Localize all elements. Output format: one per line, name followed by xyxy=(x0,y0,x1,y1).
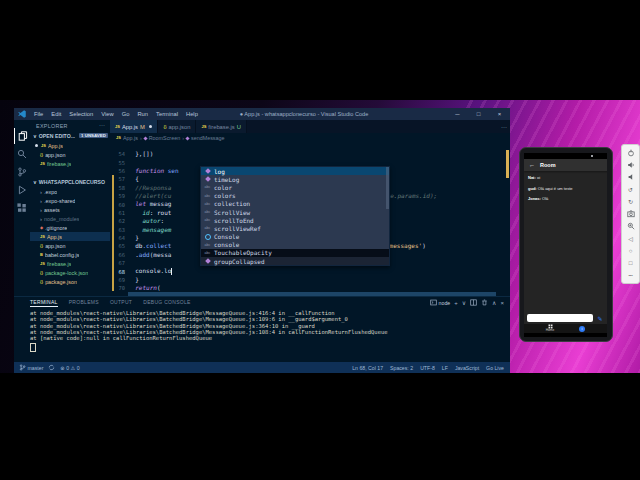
emu-home-icon[interactable]: ○ xyxy=(622,245,639,257)
activity-source-control-icon[interactable] xyxy=(14,164,30,180)
menu-go[interactable]: Go xyxy=(118,111,134,117)
project-section[interactable]: ∨ WHATSAPPCLONECURSO xyxy=(30,177,110,186)
tab-app.json[interactable]: {}app.json xyxy=(158,120,196,133)
git-branch-indicator[interactable]: master xyxy=(19,364,43,371)
status-spaces-2[interactable]: Spaces: 2 xyxy=(390,365,413,371)
menu-terminal[interactable]: Terminal xyxy=(152,111,182,117)
sync-indicator[interactable] xyxy=(48,364,55,371)
back-arrow-icon[interactable]: ← xyxy=(529,162,535,168)
breadcrumb-item[interactable]: RoomScreen xyxy=(149,135,180,141)
file-firebase.js[interactable]: JSfirebase.jsU xyxy=(30,259,110,268)
suggestion-groupCollapsed[interactable]: groupCollapsed xyxy=(201,257,389,265)
code-editor[interactable]: 54 },[])5556 function sen57 {58 //Respon… xyxy=(110,142,510,296)
tab-App.js[interactable]: JSApp.jsM xyxy=(110,120,158,133)
minimize-button[interactable]: ─ xyxy=(447,108,468,120)
chevron-down-icon: ∨ xyxy=(33,133,37,139)
close-panel-icon[interactable]: × xyxy=(500,300,504,306)
file-name: App.js xyxy=(47,234,62,240)
file-.expo[interactable]: ›.expo xyxy=(30,187,110,196)
emu-power-icon[interactable] xyxy=(622,147,639,159)
suggestion-ScrollView[interactable]: abcScrollView xyxy=(201,208,389,216)
problems-indicator[interactable]: ⊗0 ⚠0 xyxy=(60,365,79,371)
popup-scrollbar[interactable] xyxy=(386,167,389,209)
send-icon[interactable]: ✎ xyxy=(596,314,604,322)
emu-volume-down-icon[interactable] xyxy=(622,171,639,183)
emu-more-icon[interactable]: ••• xyxy=(622,269,639,281)
suggestion-log[interactable]: log xyxy=(201,167,389,175)
activity-extensions-icon[interactable] xyxy=(14,200,30,216)
menu-selection[interactable]: Selection xyxy=(65,111,97,117)
activity-explorer-icon[interactable] xyxy=(14,128,31,144)
menu-run[interactable]: Run xyxy=(133,111,152,117)
status-lf[interactable]: LF xyxy=(442,365,448,371)
file-name: firebase.js xyxy=(47,261,72,267)
maximize-panel-icon[interactable]: ∧ xyxy=(492,299,496,306)
suggestion-Console[interactable]: Console xyxy=(201,233,389,241)
suggestion-console[interactable]: abcconsole xyxy=(201,241,389,249)
menu-edit[interactable]: Edit xyxy=(47,111,65,117)
emu-rotate-right-icon[interactable]: ↻ xyxy=(622,196,639,208)
split-terminal-icon[interactable] xyxy=(470,299,477,306)
code-line-69[interactable]: 69 } xyxy=(110,276,510,284)
file-package-lock.json[interactable]: {}package-lock.jsonU xyxy=(30,268,110,277)
emu-rotate-left-icon[interactable]: ↺ xyxy=(622,184,639,196)
suggestion-timeLog[interactable]: timeLog xyxy=(201,175,389,183)
menu-view[interactable]: View xyxy=(97,111,117,117)
close-button[interactable]: × xyxy=(489,108,510,120)
file-assets[interactable]: ›assets xyxy=(30,205,110,214)
new-terminal-icon[interactable]: + xyxy=(454,300,458,306)
tab-home[interactable]: Home xyxy=(542,324,558,332)
file-firebase.js[interactable]: JSfirebase.jsU xyxy=(30,159,110,168)
panel-tab-terminal[interactable]: TERMINAL xyxy=(30,299,58,307)
code-line-54[interactable]: 54 },[]) xyxy=(110,150,510,158)
breadcrumb[interactable]: JSApp.js›RoomScreen›sendMessage xyxy=(110,133,516,142)
file-babel.config.js[interactable]: Bbabel.config.js xyxy=(30,250,110,259)
activity-search-icon[interactable] xyxy=(14,146,30,162)
nav-back-icon[interactable]: ◁ xyxy=(547,335,551,338)
more-actions-icon[interactable]: ··· xyxy=(501,124,507,130)
menu-file[interactable]: File xyxy=(30,111,47,117)
code-line-68[interactable]: 68 console.lo xyxy=(110,267,510,275)
emu-overview-icon[interactable]: □ xyxy=(622,257,639,269)
breadcrumb-item[interactable]: sendMessage xyxy=(191,135,225,141)
file-package.json[interactable]: {}package.jsonM xyxy=(30,277,110,286)
suggestion-collection[interactable]: abccollection xyxy=(201,200,389,208)
tab-firebase.js[interactable]: JSfirebase.jsU xyxy=(196,120,247,133)
kill-terminal-icon[interactable] xyxy=(481,299,488,306)
file-App.js[interactable]: JSApp.jsM xyxy=(30,141,110,150)
open-editors-section[interactable]: ∨ OPEN EDITO... 1 UNSAVED xyxy=(30,131,110,140)
suggestion-color[interactable]: abccolor xyxy=(201,183,389,191)
message-input[interactable] xyxy=(527,314,593,322)
panel-tab-output[interactable]: OUTPUT xyxy=(110,299,132,307)
file-node_modules[interactable]: ›node_modules xyxy=(30,214,110,223)
file-App.js[interactable]: JSApp.jsM xyxy=(30,232,110,241)
json-file-icon: {} xyxy=(40,270,43,275)
file-.gitignore[interactable]: ◆.gitignore xyxy=(30,223,110,232)
status-utf-8[interactable]: UTF-8 xyxy=(420,365,435,371)
nav-home-icon[interactable]: ○ xyxy=(564,335,567,338)
status-go-live[interactable]: Go Live xyxy=(486,365,504,371)
status-javascript[interactable]: JavaScript xyxy=(455,365,479,371)
suggestion-scrollViewRef[interactable]: abcscrollViewRef xyxy=(201,224,389,232)
status-ln-68-col-17[interactable]: Ln 68, Col 17 xyxy=(352,365,383,371)
file-app.json[interactable]: {}app.json xyxy=(30,150,110,159)
panel-tab-problems[interactable]: PROBLEMS xyxy=(69,299,99,307)
file-app.json[interactable]: {}app.json xyxy=(30,241,110,250)
emu-volume-up-icon[interactable] xyxy=(622,159,639,171)
breadcrumb-item[interactable]: App.js xyxy=(123,135,138,141)
explorer-more-icon[interactable]: ··· xyxy=(99,122,105,128)
shell-selector[interactable]: node xyxy=(430,299,451,306)
tab-info[interactable]: i xyxy=(579,326,585,332)
emu-screenshot-icon[interactable] xyxy=(622,208,639,220)
maximize-button[interactable]: □ xyxy=(468,108,489,120)
activity-run-debug-icon[interactable] xyxy=(14,182,30,198)
emu-zoom-icon[interactable] xyxy=(622,220,639,232)
emu-back-icon[interactable]: ◁ xyxy=(622,232,639,244)
nav-overview-icon[interactable]: □ xyxy=(581,335,584,338)
panel-tab-debug-console[interactable]: DEBUG CONSOLE xyxy=(143,299,191,307)
dropdown-icon[interactable]: ∨ xyxy=(462,299,466,306)
suggestion-scrollToEnd[interactable]: abcscrollToEnd xyxy=(201,216,389,224)
suggestion-colors[interactable]: abccolors xyxy=(201,192,389,200)
suggestion-TouchableOpacity[interactable]: abcTouchableOpacity xyxy=(201,249,389,257)
file-.expo-shared[interactable]: ›.expo-shared xyxy=(30,196,110,205)
